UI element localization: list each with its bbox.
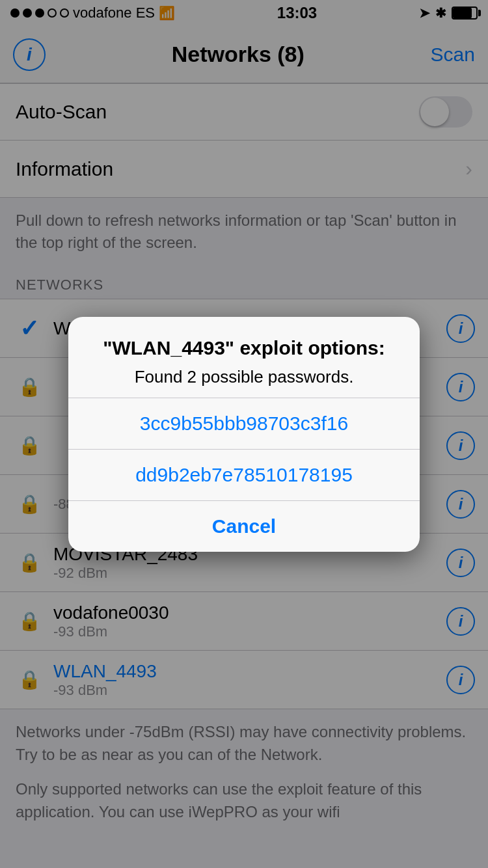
alert-header: "WLAN_4493" exploit options: Found 2 pos… bbox=[68, 317, 420, 398]
alert-dialog: "WLAN_4493" exploit options: Found 2 pos… bbox=[68, 317, 420, 552]
modal-overlay[interactable]: "WLAN_4493" exploit options: Found 2 pos… bbox=[0, 0, 488, 868]
alert-option-2[interactable]: dd9b2eb7e78510178195 bbox=[68, 450, 420, 501]
alert-cancel-button[interactable]: Cancel bbox=[68, 501, 420, 552]
alert-option-1[interactable]: 3cc9b55bbb98703c3f16 bbox=[68, 398, 420, 450]
alert-subtitle: Found 2 possible passwords. bbox=[88, 367, 400, 387]
alert-title: "WLAN_4493" exploit options: bbox=[88, 335, 400, 360]
